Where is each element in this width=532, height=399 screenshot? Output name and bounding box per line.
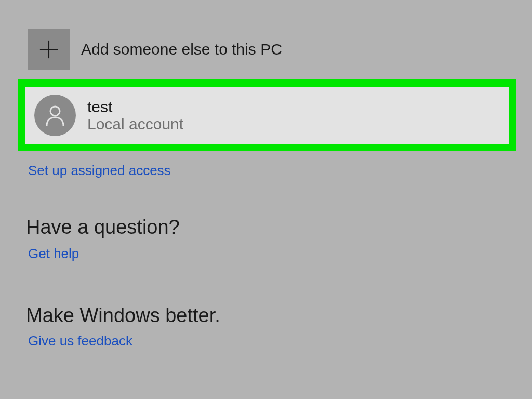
svg-point-2 — [50, 107, 60, 116]
add-user-label: Add someone else to this PC — [81, 41, 282, 58]
get-help-link[interactable]: Get help — [28, 246, 532, 262]
add-user-icon-box[interactable] — [28, 29, 70, 70]
feedback-heading: Make Windows better. — [26, 304, 532, 327]
give-feedback-link[interactable]: Give us feedback — [28, 333, 532, 349]
assigned-access-link[interactable]: Set up assigned access — [28, 163, 532, 179]
user-account-type: Local account — [87, 115, 183, 132]
selected-user-highlight: test Local account — [18, 79, 516, 151]
user-account-row[interactable]: test Local account — [25, 87, 509, 144]
user-avatar — [34, 95, 76, 136]
user-name: test — [87, 98, 183, 115]
plus-icon — [39, 39, 59, 59]
question-heading: Have a question? — [26, 216, 532, 238]
user-info: test Local account — [87, 98, 183, 132]
add-user-row[interactable]: Add someone else to this PC — [0, 0, 532, 70]
person-icon — [44, 104, 66, 127]
